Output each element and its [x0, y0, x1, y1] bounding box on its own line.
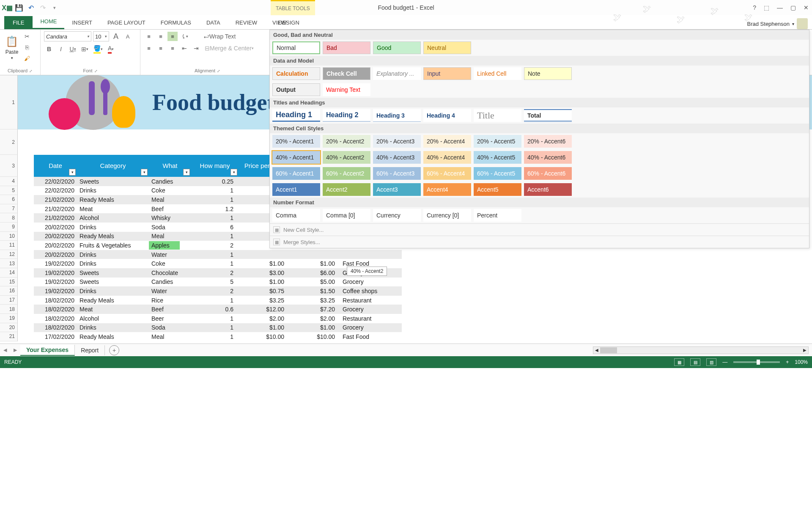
style-output[interactable]: Output — [272, 83, 320, 96]
style-heading3[interactable]: Heading 3 — [373, 109, 421, 122]
tab-formulas[interactable]: FORMULAS — [153, 16, 199, 29]
row-header[interactable]: 14 — [0, 268, 18, 278]
style-calculation[interactable]: Calculation — [272, 67, 320, 80]
row-header[interactable]: 12 — [0, 250, 18, 259]
sheet-tab-report[interactable]: Report — [75, 345, 105, 355]
paste-button[interactable]: 📋 Paste ▾ — [3, 33, 20, 62]
filter-what-icon[interactable]: ▾ — [183, 169, 190, 176]
table-row[interactable]: 18/02/2020DrinksSoda1$1.00$1.00Grocery — [34, 323, 402, 333]
style-60-accent6[interactable]: 60% - Accent6 — [524, 167, 572, 180]
sheet-nav-next-icon[interactable]: ▶ — [10, 347, 20, 353]
filter-howmany-icon[interactable]: ▾ — [230, 169, 237, 176]
format-painter-icon[interactable]: 🖌 — [22, 53, 32, 63]
sheet-tab-your-expenses[interactable]: Your Expenses — [20, 345, 75, 356]
tab-design[interactable]: DESIGN — [271, 16, 307, 29]
decrease-font-icon[interactable]: A — [123, 31, 133, 41]
style-linked-cell[interactable]: Linked Cell — [474, 67, 521, 80]
style-normal[interactable]: Normal — [272, 41, 320, 54]
style-60-accent5[interactable]: 60% - Accent5 — [474, 167, 521, 180]
table-row[interactable]: 19/02/2020DrinksWater2$0.75$1.50Coffee s… — [34, 286, 402, 296]
ribbon-options-icon[interactable]: ⬚ — [764, 4, 769, 11]
alignment-launcher-icon[interactable]: ⤢ — [217, 69, 220, 73]
table-row[interactable]: 20/02/2020DrinksWater1 — [34, 250, 402, 259]
style-accent6[interactable]: Accent6 — [524, 183, 572, 196]
zoom-slider[interactable] — [733, 361, 780, 363]
bold-button[interactable]: B — [44, 44, 54, 54]
clipboard-launcher-icon[interactable]: ⤢ — [29, 69, 33, 73]
style-heading2[interactable]: Heading 2 — [323, 109, 370, 122]
copy-icon[interactable]: ⎘ — [22, 42, 32, 52]
align-center-icon[interactable]: ≡ — [156, 44, 166, 53]
row-header[interactable]: 10 — [0, 232, 18, 241]
row-header[interactable]: 2 — [0, 129, 18, 155]
style-currency-0-[interactable]: Currency [0] — [423, 209, 471, 222]
fill-color-button[interactable]: 🪣▾ — [92, 44, 104, 54]
style-40-accent4[interactable]: 40% - Accent4 — [423, 151, 471, 164]
row-header[interactable]: 16 — [0, 286, 18, 296]
row-header[interactable]: 4 — [0, 177, 18, 186]
style-comma-0-[interactable]: Comma [0] — [323, 209, 370, 222]
font-launcher-icon[interactable]: ⤢ — [94, 69, 98, 73]
style-40-accent3[interactable]: 40% - Accent3 — [373, 151, 421, 164]
maximize-icon[interactable]: ▢ — [790, 4, 796, 11]
undo-icon[interactable]: ↶ — [27, 4, 35, 11]
zoom-out-icon[interactable]: — — [722, 359, 727, 365]
style-60-accent3[interactable]: 60% - Accent3 — [373, 167, 421, 180]
row-header[interactable]: 17 — [0, 296, 18, 305]
row-header[interactable]: 19 — [0, 314, 18, 323]
style-accent3[interactable]: Accent3 — [373, 183, 421, 196]
underline-button[interactable]: U▾ — [68, 44, 78, 54]
style-good[interactable]: Good — [373, 41, 421, 54]
increase-indent-icon[interactable]: ⇥ — [191, 43, 201, 53]
style-currency[interactable]: Currency — [373, 209, 421, 222]
style-explanatory[interactable]: Explanatory ... — [373, 67, 421, 80]
style-warning-text[interactable]: Warning Text — [323, 83, 370, 96]
style-accent1[interactable]: Accent1 — [272, 183, 320, 196]
row-header[interactable]: 18 — [0, 305, 18, 314]
borders-button[interactable]: ⊞▾ — [80, 44, 90, 54]
style-20-accent3[interactable]: 20% - Accent3 — [373, 135, 421, 148]
user-account[interactable]: Brad Stephenson ▾ — [747, 18, 808, 29]
table-row[interactable]: 18/02/2020AlcoholBeer1$2.00$2.00Restaura… — [34, 314, 402, 323]
align-left-icon[interactable]: ≡ — [144, 44, 154, 53]
align-right-icon[interactable]: ≡ — [167, 44, 178, 53]
table-row[interactable]: 18/02/2020Ready MealsRice1$3.25$3.25Rest… — [34, 296, 402, 305]
italic-button[interactable]: I — [56, 44, 66, 54]
style-accent2[interactable]: Accent2 — [323, 183, 370, 196]
row-header[interactable]: 21 — [0, 332, 18, 341]
qat-customize-icon[interactable]: ▾ — [51, 4, 58, 11]
table-row[interactable]: 17/02/2020Ready MealsMeal1$10.00$10.00Fa… — [34, 332, 402, 341]
wrap-text-button[interactable]: ⮐ Wrap Text — [202, 31, 238, 41]
style-40-accent2[interactable]: 40% - Accent2 — [323, 151, 370, 164]
style-neutral[interactable]: Neutral — [423, 41, 471, 54]
orientation-icon[interactable]: ⤹▾ — [179, 31, 190, 41]
style-20-accent1[interactable]: 20% - Accent1 — [272, 135, 320, 148]
style-20-accent6[interactable]: 20% - Accent6 — [524, 135, 572, 148]
style-heading4[interactable]: Heading 4 — [423, 109, 471, 122]
tab-page-layout[interactable]: PAGE LAYOUT — [100, 16, 153, 29]
filter-category-icon[interactable]: ▾ — [141, 169, 148, 176]
style-check-cell[interactable]: Check Cell — [323, 67, 370, 80]
view-page-break-icon[interactable]: ▥ — [706, 358, 716, 366]
horizontal-scrollbar[interactable]: ◀▶ — [593, 346, 809, 354]
view-normal-icon[interactable]: ▦ — [674, 358, 684, 366]
font-name-select[interactable]: Candara▾ — [44, 31, 91, 41]
tab-review[interactable]: REVIEW — [228, 16, 265, 29]
cut-icon[interactable]: ✂ — [22, 31, 32, 41]
row-header[interactable]: 9 — [0, 223, 18, 232]
align-middle-icon[interactable]: ≡ — [156, 32, 166, 41]
align-bottom-icon[interactable]: ≡ — [167, 32, 178, 41]
merge-styles[interactable]: ▦Merge Styles... — [270, 236, 809, 248]
style-total[interactable]: Total — [524, 109, 572, 122]
tab-file[interactable]: FILE — [4, 16, 33, 29]
row-header[interactable]: 1 — [0, 75, 18, 129]
row-header[interactable]: 3 — [0, 155, 18, 177]
merge-center-button[interactable]: ⊟ Merge & Center ▾ — [203, 43, 255, 53]
style-input[interactable]: Input — [423, 67, 471, 80]
font-size-select[interactable]: 10▾ — [93, 31, 109, 41]
style-accent5[interactable]: Accent5 — [474, 183, 521, 196]
view-page-layout-icon[interactable]: ▤ — [690, 358, 700, 366]
style-heading1[interactable]: Heading 1 — [272, 109, 320, 122]
style-note[interactable]: Note — [524, 67, 572, 80]
help-icon[interactable]: ? — [753, 4, 756, 11]
